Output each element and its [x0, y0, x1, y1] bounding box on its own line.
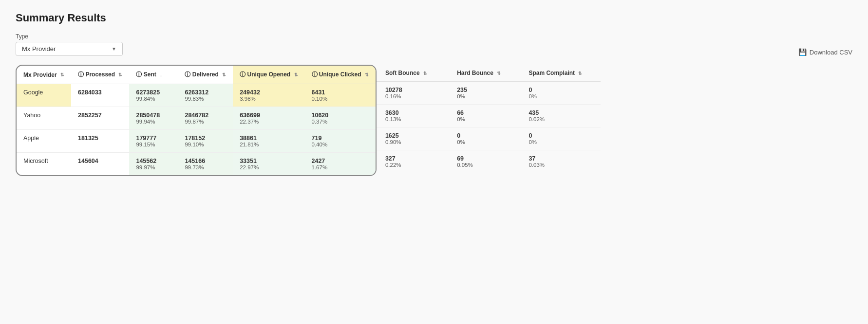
cell-sent: 6273825 99.84%: [129, 84, 178, 107]
cell-delivered: 145166 99.73%: [178, 153, 233, 176]
type-select[interactable]: Mx Provider ▼: [16, 42, 123, 56]
cell-unique-opened: 38861 21.81%: [233, 130, 304, 153]
col-header-delivered[interactable]: ⓘ Delivered ⇅: [178, 66, 233, 84]
table-row: 10278 0.16% 235 0% 0 0%: [377, 82, 601, 105]
col-header-spam-complaint[interactable]: Spam Complaint ⇅: [520, 65, 600, 82]
table-row: Yahoo 2852257 2850478 99.94% 2846782 99.…: [17, 107, 376, 130]
cell-unique-clicked: 2427 1.67%: [305, 153, 376, 176]
cell-processed: 2852257: [71, 107, 129, 130]
table-wrapper: Mx Provider ⇅ ⓘ Processed ⇅ ⓘ Sent ↓ ⓘ D…: [16, 65, 852, 176]
cell-soft-bounce: 327 0.22%: [377, 150, 448, 173]
cell-processed: 6284033: [71, 84, 129, 107]
col-header-unique-clicked[interactable]: ⓘ Unique Clicked ⇅: [305, 66, 376, 84]
sort-icon-hard-bounce: ⇅: [497, 71, 501, 76]
table-row: Microsoft 145604 145562 99.97% 145166 99…: [17, 153, 376, 176]
cell-unique-opened: 33351 22.97%: [233, 153, 304, 176]
cell-hard-bounce: 0 0%: [448, 127, 520, 150]
download-csv-label: Download CSV: [810, 49, 852, 56]
table-row: 1625 0.90% 0 0% 0 0%: [377, 127, 601, 150]
download-csv-button[interactable]: 💾 Download CSV: [798, 48, 852, 56]
cell-hard-bounce: 69 0.05%: [448, 150, 520, 173]
col-header-hard-bounce[interactable]: Hard Bounce ⇅: [448, 65, 520, 82]
cell-processed: 145604: [71, 153, 129, 176]
inner-table-container: Mx Provider ⇅ ⓘ Processed ⇅ ⓘ Sent ↓ ⓘ D…: [16, 65, 377, 176]
type-select-value: Mx Provider: [22, 45, 56, 53]
cell-sent: 179777 99.15%: [129, 130, 178, 153]
cell-sent: 145562 99.97%: [129, 153, 178, 176]
cell-spam-complaint: 435 0.02%: [520, 105, 600, 127]
cell-sent: 2850478 99.94%: [129, 107, 178, 130]
cell-unique-opened: 249432 3.98%: [233, 84, 304, 107]
cell-delivered: 6263312 99.83%: [178, 84, 233, 107]
cell-spam-complaint: 0 0%: [520, 82, 600, 105]
cell-provider: Yahoo: [17, 107, 71, 130]
cell-unique-clicked: 6431 0.10%: [305, 84, 376, 107]
sort-icon-sent: ↓: [160, 72, 162, 77]
download-icon: 💾: [798, 48, 807, 56]
cell-spam-complaint: 0 0%: [520, 127, 600, 150]
inner-table: Mx Provider ⇅ ⓘ Processed ⇅ ⓘ Sent ↓ ⓘ D…: [17, 66, 376, 175]
cell-provider: Microsoft: [17, 153, 71, 176]
cell-soft-bounce: 10278 0.16%: [377, 82, 448, 105]
outer-table-container: Soft Bounce ⇅ Hard Bounce ⇅ Spam Complai…: [377, 65, 601, 173]
col-header-provider[interactable]: Mx Provider ⇅: [17, 66, 71, 84]
sort-icon-spam-complaint: ⇅: [578, 71, 582, 76]
col-header-soft-bounce[interactable]: Soft Bounce ⇅: [377, 65, 448, 82]
sort-icon-delivered: ⇅: [222, 72, 226, 77]
table-row: Apple 181325 179777 99.15% 178152 99.10%…: [17, 130, 376, 153]
sort-icon-soft-bounce: ⇅: [423, 71, 427, 76]
cell-processed: 181325: [71, 130, 129, 153]
page-title: Summary Results: [16, 12, 852, 24]
sort-icon-unique-opened: ⇅: [294, 72, 298, 77]
cell-soft-bounce: 1625 0.90%: [377, 127, 448, 150]
cell-hard-bounce: 66 0%: [448, 105, 520, 127]
cell-unique-clicked: 10620 0.37%: [305, 107, 376, 130]
table-row: Google 6284033 6273825 99.84% 6263312 99…: [17, 84, 376, 107]
cell-soft-bounce: 3630 0.13%: [377, 105, 448, 127]
cell-hard-bounce: 235 0%: [448, 82, 520, 105]
table-row: 3630 0.13% 66 0% 435 0.02%: [377, 105, 601, 127]
sort-icon-provider: ⇅: [60, 72, 64, 77]
cell-provider: Google: [17, 84, 71, 107]
col-header-sent[interactable]: ⓘ Sent ↓: [129, 66, 178, 84]
sort-icon-processed: ⇅: [118, 72, 122, 77]
type-label: Type: [16, 33, 123, 40]
cell-unique-opened: 636699 22.37%: [233, 107, 304, 130]
table-row: 327 0.22% 69 0.05% 37 0.03%: [377, 150, 601, 173]
col-header-processed[interactable]: ⓘ Processed ⇅: [71, 66, 129, 84]
cell-provider: Apple: [17, 130, 71, 153]
chevron-down-icon: ▼: [112, 46, 116, 52]
outer-table: Soft Bounce ⇅ Hard Bounce ⇅ Spam Complai…: [377, 65, 601, 173]
cell-delivered: 2846782 99.87%: [178, 107, 233, 130]
cell-delivered: 178152 99.10%: [178, 130, 233, 153]
cell-spam-complaint: 37 0.03%: [520, 150, 600, 173]
col-header-unique-opened[interactable]: ⓘ Unique Opened ⇅: [233, 66, 304, 84]
sort-icon-unique-clicked: ⇅: [365, 72, 369, 77]
cell-unique-clicked: 719 0.40%: [305, 130, 376, 153]
